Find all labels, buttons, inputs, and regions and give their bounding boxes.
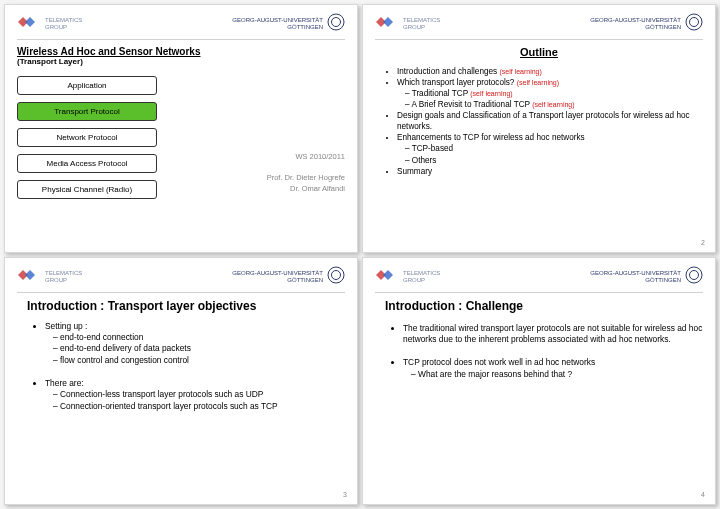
outline-title: Outline xyxy=(375,46,703,58)
list-item: Connection-oriented transport layer prot… xyxy=(53,401,345,412)
brand-right: GEORG-AUGUST-UNIVERSITÄT GÖTTINGEN xyxy=(590,266,703,288)
brand-right: GEORG-AUGUST-UNIVERSITÄT GÖTTINGEN xyxy=(590,13,703,35)
layer-mac: Media Access Protocol xyxy=(17,154,157,173)
slide3-list: Setting up : end-to-end connection end-t… xyxy=(45,321,345,412)
list-item: The traditional wired transport layer pr… xyxy=(403,323,703,346)
group-label: TELEMATICS GROUP xyxy=(403,17,440,30)
slide1-body: Application Transport Protocol Network P… xyxy=(17,76,345,199)
uni-seal-icon xyxy=(327,266,345,288)
professor: Prof. Dr. Dieter Hogrefe xyxy=(167,173,345,182)
list-item: Summary xyxy=(397,166,703,177)
brand-left: TELEMATICS GROUP xyxy=(375,15,440,33)
svg-point-1 xyxy=(332,18,341,27)
list-item: TCP-based xyxy=(405,143,703,154)
slide-3: TELEMATICS GROUP GEORG-AUGUST-UNIVERSITÄ… xyxy=(4,257,358,506)
group-label: TELEMATICS GROUP xyxy=(45,270,82,283)
list-item: end-to-end delivery of data packets xyxy=(53,343,345,354)
page-number: 2 xyxy=(701,239,705,246)
brand-left: TELEMATICS GROUP xyxy=(17,15,82,33)
layer-application: Application xyxy=(17,76,157,95)
brand-left: TELEMATICS GROUP xyxy=(375,268,440,286)
slide-header: TELEMATICS GROUP GEORG-AUGUST-UNIVERSITÄ… xyxy=(17,266,345,293)
list-item: Others xyxy=(405,155,703,166)
page-number: 4 xyxy=(701,491,705,498)
telematics-logo-icon xyxy=(17,268,39,286)
slide-4: TELEMATICS GROUP GEORG-AUGUST-UNIVERSITÄ… xyxy=(362,257,716,506)
uni-label: GEORG-AUGUST-UNIVERSITÄT GÖTTINGEN xyxy=(232,17,323,30)
layer-physical: Physical Channel (Radio) xyxy=(17,180,157,199)
brand-left: TELEMATICS GROUP xyxy=(17,268,82,286)
uni-seal-icon xyxy=(685,13,703,35)
slide1-meta: WS 2010/2011 Prof. Dr. Dieter Hogrefe Dr… xyxy=(167,76,345,199)
uni-seal-icon xyxy=(327,13,345,35)
layer-network: Network Protocol xyxy=(17,128,157,147)
list-item: Introduction and challenges (self learni… xyxy=(397,66,703,77)
svg-point-5 xyxy=(332,270,341,279)
list-item: flow control and congestion control xyxy=(53,355,345,366)
brand-right: GEORG-AUGUST-UNIVERSITÄT GÖTTINGEN xyxy=(232,13,345,35)
slide-header: TELEMATICS GROUP GEORG-AUGUST-UNIVERSITÄ… xyxy=(17,13,345,40)
svg-point-0 xyxy=(328,14,344,30)
list-item: Traditional TCP (self learning) xyxy=(405,88,703,99)
brand-right: GEORG-AUGUST-UNIVERSITÄT GÖTTINGEN xyxy=(232,266,345,288)
list-item: Which transport layer protocols? (self l… xyxy=(397,77,703,110)
group-label: TELEMATICS GROUP xyxy=(45,17,82,30)
svg-point-6 xyxy=(686,267,702,283)
uni-label: GEORG-AUGUST-UNIVERSITÄT GÖTTINGEN xyxy=(232,270,323,283)
slide-1: TELEMATICS GROUP GEORG-AUGUST-UNIVERSITÄ… xyxy=(4,4,358,253)
layer-transport: Transport Protocol xyxy=(17,102,157,121)
list-item: What are the major reasons behind that ? xyxy=(411,369,703,380)
slide-grid: TELEMATICS GROUP GEORG-AUGUST-UNIVERSITÄ… xyxy=(0,0,720,509)
telematics-logo-icon xyxy=(17,15,39,33)
assistant: Dr. Omar Alfandi xyxy=(167,184,345,193)
slide4-list: The traditional wired transport layer pr… xyxy=(403,323,703,380)
slide4-title: Introduction : Challenge xyxy=(385,299,703,313)
slide-header: TELEMATICS GROUP GEORG-AUGUST-UNIVERSITÄ… xyxy=(375,13,703,40)
slide1-title-block: Wireless Ad Hoc and Sensor Networks (Tra… xyxy=(17,46,345,66)
group-label: TELEMATICS GROUP xyxy=(403,270,440,283)
list-item: end-to-end connection xyxy=(53,332,345,343)
slide3-title: Introduction : Transport layer objective… xyxy=(27,299,345,313)
slide-2: TELEMATICS GROUP GEORG-AUGUST-UNIVERSITÄ… xyxy=(362,4,716,253)
svg-point-4 xyxy=(328,267,344,283)
svg-point-7 xyxy=(690,270,699,279)
uni-label: GEORG-AUGUST-UNIVERSITÄT GÖTTINGEN xyxy=(590,270,681,283)
telematics-logo-icon xyxy=(375,15,397,33)
list-item: There are: Connection-less transport lay… xyxy=(45,378,345,412)
slide-header: TELEMATICS GROUP GEORG-AUGUST-UNIVERSITÄ… xyxy=(375,266,703,293)
protocol-stack: Application Transport Protocol Network P… xyxy=(17,76,157,199)
uni-seal-icon xyxy=(685,266,703,288)
list-item: Enhancements to TCP for wireless ad hoc … xyxy=(397,132,703,165)
svg-point-3 xyxy=(690,18,699,27)
list-item: Setting up : end-to-end connection end-t… xyxy=(45,321,345,366)
course-title: Wireless Ad Hoc and Sensor Networks xyxy=(17,46,345,57)
outline-list: Introduction and challenges (self learni… xyxy=(397,66,703,177)
svg-point-2 xyxy=(686,14,702,30)
list-item: Connection-less transport layer protocol… xyxy=(53,389,345,400)
page-number: 3 xyxy=(343,491,347,498)
list-item: TCP protocol does not work well in ad ho… xyxy=(403,357,703,380)
telematics-logo-icon xyxy=(375,268,397,286)
course-subtitle: (Transport Layer) xyxy=(17,57,345,66)
list-item: Design goals and Classification of a Tra… xyxy=(397,110,703,132)
semester: WS 2010/2011 xyxy=(167,152,345,161)
uni-label: GEORG-AUGUST-UNIVERSITÄT GÖTTINGEN xyxy=(590,17,681,30)
list-item: A Brief Revisit to Traditional TCP (self… xyxy=(405,99,703,110)
